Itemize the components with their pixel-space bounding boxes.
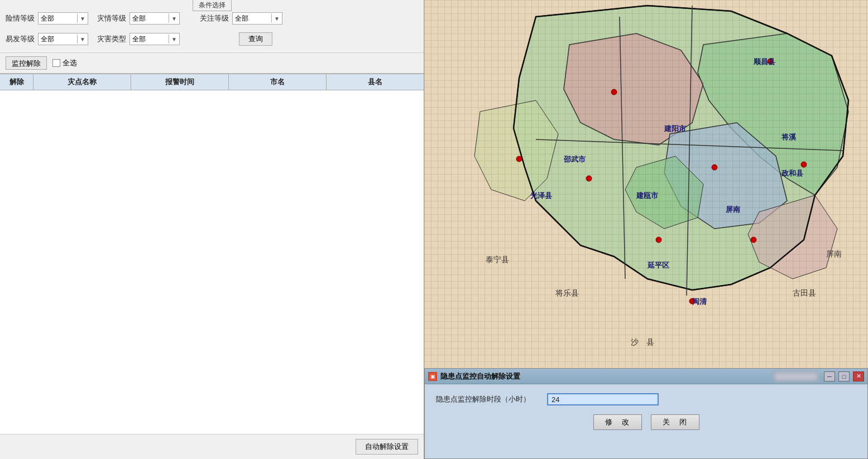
map-svg: 顺昌县 将溪 政和县 邵武市 建瓯市 屏南 光泽县 建阳市 泰宁县 将乐县 沙 … (424, 0, 868, 368)
condition-title: 条件选择 (193, 0, 232, 11)
th-zaidian: 灾点名称 (33, 74, 131, 90)
table-header: 解除 灾点名称 报警时间 市名 县名 (0, 74, 424, 90)
filter-row-1: 险情等级 全部 ▼ 灾情等级 全部 ▼ 关注等级 全部 ▼ (6, 12, 418, 25)
svg-point-11 (656, 237, 661, 243)
svg-point-6 (611, 89, 617, 95)
dialog-field-label: 隐患点监控解除时段（小时） (436, 394, 530, 404)
dialog-close-button[interactable]: 关 闭 (651, 414, 699, 430)
zaihai-value: 全部 (132, 35, 169, 44)
dialog-modify-button[interactable]: 修 改 (593, 414, 642, 430)
select-all-container[interactable]: 全选 (52, 58, 77, 68)
svg-text:古田县: 古田县 (793, 289, 816, 297)
select-all-label: 全选 (63, 58, 77, 68)
auto-remove-button[interactable]: 自动解除设置 (356, 439, 418, 455)
dialog: ▣ 隐患点监控自动解除设置 ─ □ ✕ 隐患点监控解除时段（小时） 修 改 关 … (424, 368, 868, 459)
dialog-hours-input[interactable] (547, 393, 659, 405)
svg-text:建阳市: 建阳市 (664, 124, 687, 133)
xianqing-select[interactable]: 全部 ▼ (38, 12, 88, 25)
monitor-remove-button[interactable]: 监控解除 (6, 56, 47, 70)
zaiqing-value: 全部 (132, 14, 169, 23)
yifa-select[interactable]: 全部 ▼ (38, 33, 88, 45)
zaihai-label: 灾害类型 (97, 34, 126, 44)
query-button[interactable]: 查询 (239, 32, 272, 46)
dialog-icon: ▣ (428, 372, 437, 381)
svg-text:将溪: 将溪 (781, 133, 797, 141)
svg-point-10 (801, 162, 807, 167)
right-panel: 顺昌县 将溪 政和县 邵武市 建瓯市 屏南 光泽县 建阳市 泰宁县 将乐县 沙 … (424, 0, 868, 459)
svg-text:延平区: 延平区 (647, 261, 669, 269)
dialog-title: 隐患点监控自动解除设置 (440, 371, 770, 381)
dialog-blur-area (774, 371, 818, 381)
xianqing-value: 全部 (41, 14, 77, 23)
dialog-icon-symbol: ▣ (430, 374, 435, 379)
th-baojing: 报警时间 (131, 74, 229, 90)
zaiqing-label: 灾情等级 (97, 13, 126, 23)
dialog-minimize-button[interactable]: ─ (824, 371, 835, 381)
svg-rect-1 (424, 0, 868, 368)
svg-point-8 (586, 176, 592, 181)
dialog-body: 隐患点监控解除时段（小时） 修 改 关 闭 (425, 384, 867, 439)
zaihai-select[interactable]: 全部 ▼ (130, 33, 180, 45)
svg-point-9 (712, 165, 717, 170)
svg-text:屏南: 屏南 (826, 250, 842, 258)
svg-text:政和县: 政和县 (781, 169, 804, 177)
svg-text:将乐县: 将乐县 (555, 289, 579, 297)
filter-row-2: 易发等级 全部 ▼ 灾害类型 全部 ▼ 查询 (6, 32, 418, 46)
left-panel: 条件选择 险情等级 全部 ▼ 灾情等级 全部 ▼ 关注等级 全部 ▼ 易发等级 … (0, 0, 424, 459)
zaiqing-select[interactable]: 全部 ▼ (130, 12, 180, 25)
zaihai-arrow: ▼ (169, 35, 177, 44)
dialog-close-x-button[interactable]: ✕ (853, 371, 864, 381)
svg-text:闽清: 闽清 (692, 297, 707, 306)
svg-text:邵武市: 邵武市 (563, 155, 586, 163)
dialog-field-row: 隐患点监控解除时段（小时） (436, 393, 856, 405)
footer: 自动解除设置 (0, 434, 424, 459)
yifa-label: 易发等级 (6, 34, 35, 44)
guanzhu-arrow: ▼ (271, 14, 280, 23)
yifa-arrow: ▼ (77, 35, 85, 44)
xianqing-arrow: ▼ (77, 14, 85, 23)
toolbar-row: 监控解除 全选 (0, 53, 424, 74)
yifa-value: 全部 (41, 35, 77, 44)
select-all-checkbox[interactable] (52, 59, 60, 67)
th-jiechu: 解除 (0, 74, 33, 90)
svg-text:泰宁县: 泰宁县 (486, 255, 509, 264)
svg-text:光泽县: 光泽县 (530, 191, 553, 200)
th-xianname: 县名 (327, 74, 424, 90)
svg-point-12 (751, 237, 756, 243)
map-area: 顺昌县 将溪 政和县 邵武市 建瓯市 屏南 光泽县 建阳市 泰宁县 将乐县 沙 … (424, 0, 868, 368)
svg-text:屏南: 屏南 (725, 205, 741, 214)
guanzhu-select[interactable]: 全部 ▼ (232, 12, 282, 25)
svg-text:沙　县: 沙 县 (631, 338, 654, 346)
svg-text:建瓯市: 建瓯市 (636, 191, 659, 200)
condition-area: 条件选择 险情等级 全部 ▼ 灾情等级 全部 ▼ 关注等级 全部 ▼ 易发等级 … (0, 0, 424, 53)
zaiqing-arrow: ▼ (169, 14, 177, 23)
guanzhu-label: 关注等级 (200, 13, 229, 23)
svg-text:顺昌县: 顺昌县 (753, 57, 776, 66)
table-body (0, 90, 424, 434)
dialog-maximize-button[interactable]: □ (838, 371, 850, 381)
th-shiname: 市名 (229, 74, 327, 90)
guanzhu-value: 全部 (235, 14, 271, 23)
xianqing-label: 险情等级 (6, 13, 35, 23)
dialog-buttons: 修 改 关 闭 (436, 414, 856, 430)
svg-point-7 (516, 156, 522, 162)
dialog-titlebar: ▣ 隐患点监控自动解除设置 ─ □ ✕ (425, 369, 867, 384)
